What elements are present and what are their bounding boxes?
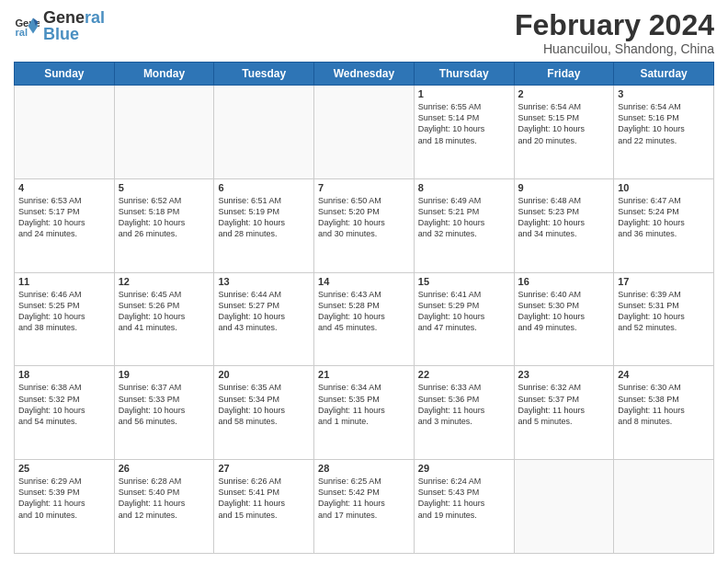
day-number: 27 xyxy=(218,463,310,474)
cell-info: Sunrise: 6:46 AMSunset: 5:25 PMDaylight:… xyxy=(18,289,110,334)
calendar-cell: 22Sunrise: 6:33 AMSunset: 5:36 PMDayligh… xyxy=(414,366,514,460)
day-number: 18 xyxy=(18,369,110,380)
calendar-cell: 2Sunrise: 6:54 AMSunset: 5:15 PMDaylight… xyxy=(514,86,614,179)
cell-info: Sunrise: 6:43 AMSunset: 5:28 PMDaylight:… xyxy=(318,289,410,334)
week-row-1: 1Sunrise: 6:55 AMSunset: 5:14 PMDaylight… xyxy=(15,86,714,179)
day-number: 7 xyxy=(318,182,410,193)
cell-info: Sunrise: 6:48 AMSunset: 5:23 PMDaylight:… xyxy=(518,195,610,240)
cell-info: Sunrise: 6:34 AMSunset: 5:35 PMDaylight:… xyxy=(318,382,410,427)
cell-info: Sunrise: 6:33 AMSunset: 5:36 PMDaylight:… xyxy=(418,382,510,427)
day-number: 5 xyxy=(119,182,210,193)
calendar-cell xyxy=(114,86,214,179)
day-number: 4 xyxy=(18,182,110,193)
day-number: 1 xyxy=(418,88,510,99)
day-header-tuesday: Tuesday xyxy=(214,63,314,86)
cell-info: Sunrise: 6:47 AMSunset: 5:24 PMDaylight:… xyxy=(618,195,710,240)
day-number: 29 xyxy=(418,463,510,474)
day-number: 20 xyxy=(218,369,310,380)
calendar-cell: 25Sunrise: 6:29 AMSunset: 5:39 PMDayligh… xyxy=(15,460,115,554)
cell-info: Sunrise: 6:37 AMSunset: 5:33 PMDaylight:… xyxy=(119,382,210,427)
svg-text:ral: ral xyxy=(15,27,28,38)
week-row-3: 11Sunrise: 6:46 AMSunset: 5:25 PMDayligh… xyxy=(15,272,714,366)
calendar-cell: 15Sunrise: 6:41 AMSunset: 5:29 PMDayligh… xyxy=(414,272,514,366)
day-number: 10 xyxy=(618,182,710,193)
cell-info: Sunrise: 6:52 AMSunset: 5:18 PMDaylight:… xyxy=(119,195,210,240)
week-row-4: 18Sunrise: 6:38 AMSunset: 5:32 PMDayligh… xyxy=(15,366,714,460)
page: Gene ral GeneralBlue February 2024 Huanc… xyxy=(0,0,728,563)
cell-info: Sunrise: 6:38 AMSunset: 5:32 PMDaylight:… xyxy=(18,382,110,427)
calendar-cell: 7Sunrise: 6:50 AMSunset: 5:20 PMDaylight… xyxy=(314,178,415,272)
cell-info: Sunrise: 6:28 AMSunset: 5:40 PMDaylight:… xyxy=(119,476,210,521)
calendar-body: 1Sunrise: 6:55 AMSunset: 5:14 PMDaylight… xyxy=(15,86,714,554)
cell-info: Sunrise: 6:30 AMSunset: 5:38 PMDaylight:… xyxy=(618,382,710,427)
calendar-cell: 17Sunrise: 6:39 AMSunset: 5:31 PMDayligh… xyxy=(614,272,714,366)
day-number: 8 xyxy=(418,182,510,193)
cell-info: Sunrise: 6:40 AMSunset: 5:30 PMDaylight:… xyxy=(518,289,610,334)
logo-text: GeneralBlue xyxy=(43,9,105,42)
day-number: 3 xyxy=(618,88,710,99)
cell-info: Sunrise: 6:25 AMSunset: 5:42 PMDaylight:… xyxy=(318,476,410,521)
logo: Gene ral GeneralBlue xyxy=(14,9,105,42)
day-number: 9 xyxy=(518,182,610,193)
week-row-2: 4Sunrise: 6:53 AMSunset: 5:17 PMDaylight… xyxy=(15,178,714,272)
day-number: 23 xyxy=(518,369,610,380)
calendar-cell xyxy=(614,460,714,554)
cell-info: Sunrise: 6:45 AMSunset: 5:26 PMDaylight:… xyxy=(119,289,210,334)
calendar-cell xyxy=(15,86,115,179)
day-header-sunday: Sunday xyxy=(15,63,115,86)
day-number: 26 xyxy=(119,463,210,474)
day-number: 22 xyxy=(418,369,510,380)
calendar-cell xyxy=(214,86,314,179)
day-header-saturday: Saturday xyxy=(614,63,714,86)
calendar-cell: 23Sunrise: 6:32 AMSunset: 5:37 PMDayligh… xyxy=(514,366,614,460)
calendar-cell: 11Sunrise: 6:46 AMSunset: 5:25 PMDayligh… xyxy=(15,272,115,366)
calendar-cell: 8Sunrise: 6:49 AMSunset: 5:21 PMDaylight… xyxy=(414,178,514,272)
calendar-cell: 19Sunrise: 6:37 AMSunset: 5:33 PMDayligh… xyxy=(114,366,214,460)
calendar-cell: 12Sunrise: 6:45 AMSunset: 5:26 PMDayligh… xyxy=(114,272,214,366)
calendar-cell: 18Sunrise: 6:38 AMSunset: 5:32 PMDayligh… xyxy=(15,366,115,460)
calendar-cell: 24Sunrise: 6:30 AMSunset: 5:38 PMDayligh… xyxy=(614,366,714,460)
cell-info: Sunrise: 6:24 AMSunset: 5:43 PMDaylight:… xyxy=(418,476,510,521)
day-number: 25 xyxy=(18,463,110,474)
calendar-cell: 29Sunrise: 6:24 AMSunset: 5:43 PMDayligh… xyxy=(414,460,514,554)
cell-info: Sunrise: 6:51 AMSunset: 5:19 PMDaylight:… xyxy=(218,195,310,240)
calendar-cell: 28Sunrise: 6:25 AMSunset: 5:42 PMDayligh… xyxy=(314,460,415,554)
calendar-cell: 27Sunrise: 6:26 AMSunset: 5:41 PMDayligh… xyxy=(214,460,314,554)
cell-info: Sunrise: 6:32 AMSunset: 5:37 PMDaylight:… xyxy=(518,382,610,427)
day-header-friday: Friday xyxy=(514,63,614,86)
cell-info: Sunrise: 6:55 AMSunset: 5:14 PMDaylight:… xyxy=(418,101,510,146)
calendar-cell: 9Sunrise: 6:48 AMSunset: 5:23 PMDaylight… xyxy=(514,178,614,272)
day-number: 14 xyxy=(318,276,410,287)
cell-info: Sunrise: 6:29 AMSunset: 5:39 PMDaylight:… xyxy=(18,476,110,521)
day-header-thursday: Thursday xyxy=(414,63,514,86)
cell-info: Sunrise: 6:41 AMSunset: 5:29 PMDaylight:… xyxy=(418,289,510,334)
calendar-cell: 6Sunrise: 6:51 AMSunset: 5:19 PMDaylight… xyxy=(214,178,314,272)
header: Gene ral GeneralBlue February 2024 Huanc… xyxy=(14,9,714,56)
calendar-cell: 21Sunrise: 6:34 AMSunset: 5:35 PMDayligh… xyxy=(314,366,415,460)
cell-info: Sunrise: 6:49 AMSunset: 5:21 PMDaylight:… xyxy=(418,195,510,240)
day-number: 15 xyxy=(418,276,510,287)
day-number: 19 xyxy=(119,369,210,380)
day-number: 24 xyxy=(618,369,710,380)
day-header-monday: Monday xyxy=(114,63,214,86)
day-number: 13 xyxy=(218,276,310,287)
title-area: February 2024 Huancuilou, Shandong, Chin… xyxy=(515,9,714,56)
day-number: 11 xyxy=(18,276,110,287)
month-title: February 2024 xyxy=(515,9,714,41)
cell-info: Sunrise: 6:54 AMSunset: 5:15 PMDaylight:… xyxy=(518,101,610,146)
calendar-cell: 26Sunrise: 6:28 AMSunset: 5:40 PMDayligh… xyxy=(114,460,214,554)
cell-info: Sunrise: 6:53 AMSunset: 5:17 PMDaylight:… xyxy=(18,195,110,240)
cell-info: Sunrise: 6:54 AMSunset: 5:16 PMDaylight:… xyxy=(618,101,710,146)
subtitle: Huancuilou, Shandong, China xyxy=(515,41,714,56)
calendar-cell: 3Sunrise: 6:54 AMSunset: 5:16 PMDaylight… xyxy=(614,86,714,179)
day-number: 2 xyxy=(518,88,610,99)
calendar-cell: 4Sunrise: 6:53 AMSunset: 5:17 PMDaylight… xyxy=(15,178,115,272)
logo-icon: Gene ral xyxy=(14,13,40,39)
calendar-cell: 14Sunrise: 6:43 AMSunset: 5:28 PMDayligh… xyxy=(314,272,415,366)
calendar-cell: 10Sunrise: 6:47 AMSunset: 5:24 PMDayligh… xyxy=(614,178,714,272)
cell-info: Sunrise: 6:35 AMSunset: 5:34 PMDaylight:… xyxy=(218,382,310,427)
cell-info: Sunrise: 6:26 AMSunset: 5:41 PMDaylight:… xyxy=(218,476,310,521)
calendar-cell: 5Sunrise: 6:52 AMSunset: 5:18 PMDaylight… xyxy=(114,178,214,272)
cell-info: Sunrise: 6:50 AMSunset: 5:20 PMDaylight:… xyxy=(318,195,410,240)
calendar-cell: 1Sunrise: 6:55 AMSunset: 5:14 PMDaylight… xyxy=(414,86,514,179)
